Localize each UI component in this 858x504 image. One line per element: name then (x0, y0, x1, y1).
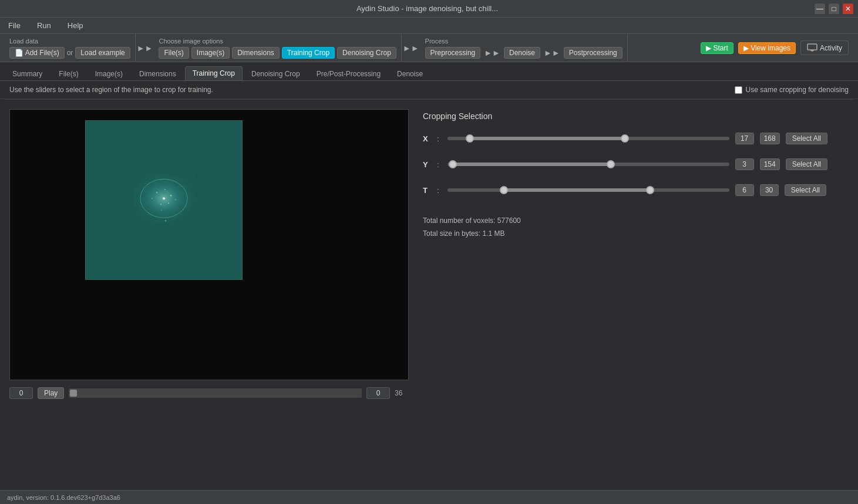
toolbar-section-load: Load data 📄 Add File(s) or Load example (5, 34, 136, 62)
y-fill (453, 163, 611, 166)
frame-current-input[interactable] (9, 387, 33, 399)
t-select-all-button[interactable]: Select All (785, 184, 826, 196)
arrow-icon-3: ►► (484, 48, 500, 57)
y-max-value: 154 (760, 158, 780, 170)
svg-point-17 (198, 222, 199, 222)
arrow-icon-1: ►► (137, 43, 153, 53)
frame-current-display[interactable] (366, 387, 390, 399)
load-example-button[interactable]: Load example (75, 47, 130, 59)
t-thumb-max[interactable] (646, 186, 654, 194)
view-images-button[interactable]: ▶ View images (738, 42, 796, 54)
timeline-slider[interactable] (69, 388, 362, 398)
section-load-title: Load data (9, 38, 130, 45)
denoising-crop-tab-button[interactable]: Denoising Crop (337, 47, 396, 59)
same-cropping-checkbox-label[interactable]: Use same cropping for denoising (735, 86, 849, 94)
info-bar: Use the sliders to select a region of th… (0, 81, 858, 99)
minimize-button[interactable]: — (815, 4, 825, 14)
titlebar: Aydin Studio - image denoising, but chil… (0, 0, 858, 18)
menu-run[interactable]: Run (33, 20, 55, 31)
or-text: or (67, 49, 73, 57)
start-button[interactable]: ▶ Start (701, 42, 733, 54)
info-description: Use the sliders to select a region of th… (9, 86, 213, 94)
menu-file[interactable]: File (5, 20, 24, 31)
tab-pre-post[interactable]: Pre/Post-Processing (309, 67, 388, 80)
preprocessing-button[interactable]: Preprocessing (425, 47, 481, 59)
tab-dimensions[interactable]: Dimensions (132, 67, 184, 80)
x-thumb-min[interactable] (466, 134, 474, 143)
toolbar: Load data 📄 Add File(s) or Load example … (0, 34, 858, 62)
add-files-button[interactable]: 📄 Add File(s) (9, 47, 65, 59)
x-thumb-max[interactable] (621, 134, 629, 143)
same-cropping-checkbox[interactable] (735, 86, 742, 94)
tab-training-crop[interactable]: Training Crop (185, 66, 243, 80)
svg-point-14 (134, 169, 134, 170)
x-fill (470, 137, 625, 140)
main-content: Use the sliders to select a region of th… (0, 81, 858, 490)
x-slider-row: X : 17 168 Select All (423, 133, 849, 144)
svg-point-7 (170, 195, 172, 197)
svg-point-11 (175, 199, 176, 200)
tab-denoise[interactable]: Denoise (389, 67, 430, 80)
training-crop-tab-button[interactable]: Training Crop (282, 47, 335, 59)
section-image-title: Choose image options (159, 38, 396, 45)
t-slider-row: T : 6 30 Select All (423, 184, 849, 196)
tab-denoising-crop[interactable]: Denoising Crop (244, 67, 308, 80)
tab-files[interactable]: File(s) (51, 67, 86, 80)
svg-rect-0 (807, 44, 817, 50)
x-min-value: 17 (735, 133, 754, 144)
dimensions-tab-button[interactable]: Dimensions (232, 47, 280, 59)
svg-point-16 (128, 216, 129, 217)
tab-summary[interactable]: Summary (5, 67, 50, 80)
y-min-value: 3 (735, 158, 754, 170)
files-tab-button[interactable]: File(s) (159, 47, 189, 59)
t-slider[interactable] (447, 184, 729, 196)
maximize-button[interactable]: □ (829, 4, 839, 14)
images-tab-button[interactable]: Image(s) (191, 47, 230, 59)
image-panel: Play 36 (9, 109, 409, 481)
y-colon: : (437, 160, 439, 169)
size-text: Total size in bytes: 1.1 MB (423, 228, 849, 241)
play-button[interactable]: Play (38, 387, 64, 399)
y-thumb-max[interactable] (607, 160, 615, 168)
titlebar-title: Aydin Studio - image denoising, but chil… (40, 4, 815, 13)
postprocessing-button[interactable]: Postprocessing (564, 47, 623, 59)
x-select-all-button[interactable]: Select All (786, 133, 827, 144)
y-slider-row: Y : 3 154 Select All (423, 158, 849, 170)
toolbar-section-process: Process Preprocessing ►► Denoise ►► Post… (420, 34, 628, 62)
nebula-image (117, 157, 211, 239)
svg-point-5 (163, 197, 165, 199)
t-colon: : (437, 186, 439, 195)
y-thumb-min[interactable] (449, 160, 457, 168)
t-label: T (423, 186, 431, 195)
x-slider[interactable] (447, 133, 729, 144)
x-colon: : (437, 134, 439, 143)
activity-button[interactable]: Activity (800, 40, 849, 55)
denoise-button[interactable]: Denoise (504, 47, 540, 59)
svg-point-20 (165, 220, 166, 221)
same-cropping-label: Use same cropping for denoising (746, 86, 849, 94)
menu-help[interactable]: Help (64, 20, 87, 31)
section-process-title: Process (425, 38, 623, 45)
svg-point-19 (181, 166, 182, 167)
arrow-icon-4: ►► (544, 48, 560, 57)
arrow-icon-2: ►► (403, 43, 419, 53)
cropping-panel: Cropping Selection X : 17 168 Select All… (423, 109, 849, 481)
toolbar-section-actions: ▶ Start ▶ View images Activity (696, 34, 853, 62)
x-label: X (423, 134, 431, 143)
y-label: Y (423, 160, 431, 169)
t-min-value: 6 (735, 184, 754, 196)
image-container (9, 109, 409, 380)
close-button[interactable]: ✕ (843, 4, 853, 14)
y-select-all-button[interactable]: Select All (786, 158, 827, 170)
cropping-title: Cropping Selection (423, 111, 849, 121)
voxels-text: Total number of voxels: 577600 (423, 215, 849, 228)
content-area: Play 36 Cropping Selection X : (0, 100, 858, 490)
svg-point-6 (156, 192, 157, 193)
image-region (85, 120, 243, 280)
voxel-info: Total number of voxels: 577600 Total siz… (423, 215, 849, 240)
t-thumb-min[interactable] (500, 186, 508, 194)
activity-label: Activity (820, 44, 842, 52)
tab-images[interactable]: Image(s) (88, 67, 130, 80)
y-slider[interactable] (447, 158, 729, 170)
svg-point-8 (160, 204, 161, 205)
